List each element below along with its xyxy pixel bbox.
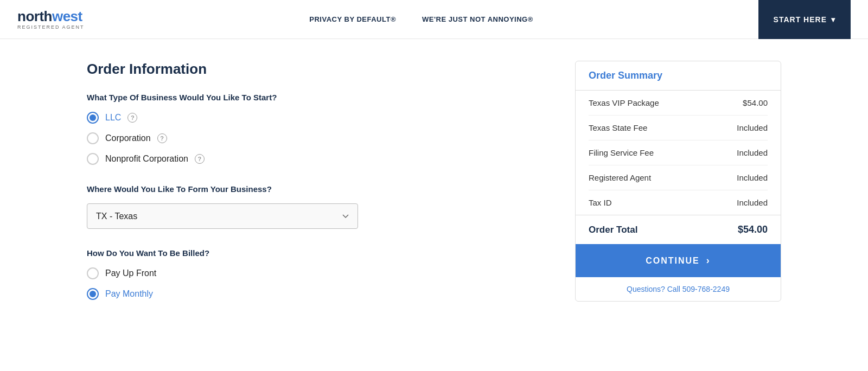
questions-link[interactable]: Questions? Call 509-768-2249: [576, 277, 781, 301]
order-item-filing-name: Filing Service Fee: [589, 148, 654, 157]
corporation-label: Corporation: [105, 133, 151, 143]
right-panel: Order Summary Texas VIP Package $54.00 T…: [575, 61, 781, 302]
pay-upfront-radio[interactable]: [87, 267, 99, 279]
nonprofit-label: Nonprofit Corporation: [105, 154, 188, 164]
corporation-radio[interactable]: [87, 132, 99, 144]
order-total-row: Order Total $54.00: [576, 215, 781, 244]
nav-annoying[interactable]: WE'RE JUST NOT ANNOYING®: [422, 15, 533, 23]
main-content: Order Information What Type Of Business …: [54, 39, 814, 323]
business-type-question: What Type Of Business Would You Like To …: [87, 93, 542, 102]
logo-text: northwest: [17, 9, 85, 24]
order-item-agent: Registered Agent Included: [589, 165, 768, 190]
billing-radio-group: Pay Up Front Pay Monthly: [87, 267, 542, 300]
billing-question: How Do You Want To Be Billed?: [87, 248, 542, 258]
order-item-vip-value: $54.00: [743, 98, 768, 107]
order-item-taxid: Tax ID Included: [589, 190, 768, 215]
order-total-value: $54.00: [738, 224, 768, 235]
start-here-button[interactable]: START HERE ▾: [758, 0, 851, 39]
nav-links: PRIVACY BY DEFAULT® WE'RE JUST NOT ANNOY…: [309, 15, 533, 23]
business-type-section: What Type Of Business Would You Like To …: [87, 93, 542, 165]
order-summary-card: Order Summary Texas VIP Package $54.00 T…: [575, 61, 781, 302]
order-item-filing-value: Included: [737, 148, 768, 157]
continue-arrow-icon: ›: [706, 255, 711, 266]
llc-option[interactable]: LLC ?: [87, 112, 542, 124]
corporation-option[interactable]: Corporation ?: [87, 132, 542, 144]
logo-west: west: [52, 8, 82, 24]
order-items-list: Texas VIP Package $54.00 Texas State Fee…: [576, 91, 781, 215]
llc-radio[interactable]: [87, 112, 99, 124]
nonprofit-option[interactable]: Nonprofit Corporation ?: [87, 153, 542, 165]
order-item-vip: Texas VIP Package $54.00: [589, 91, 768, 116]
state-question: Where Would You Like To Form Your Busine…: [87, 184, 542, 194]
state-section: Where Would You Like To Form Your Busine…: [87, 184, 542, 229]
left-panel: Order Information What Type Of Business …: [87, 61, 542, 302]
billing-section: How Do You Want To Be Billed? Pay Up Fro…: [87, 248, 542, 300]
pay-monthly-option[interactable]: Pay Monthly: [87, 288, 542, 300]
chevron-down-icon: ▾: [831, 15, 835, 24]
nonprofit-radio[interactable]: [87, 153, 99, 165]
llc-help-icon[interactable]: ?: [127, 113, 137, 123]
pay-upfront-label: Pay Up Front: [105, 268, 156, 278]
logo-subtitle: REGISTERED AGENT: [17, 24, 85, 30]
order-item-taxid-value: Included: [737, 198, 768, 207]
pay-upfront-option[interactable]: Pay Up Front: [87, 267, 542, 279]
order-item-taxid-name: Tax ID: [589, 198, 612, 207]
order-total-label: Order Total: [589, 225, 637, 235]
pay-monthly-label: Pay Monthly: [105, 289, 153, 299]
corporation-help-icon[interactable]: ?: [157, 133, 167, 143]
order-item-state-fee-name: Texas State Fee: [589, 123, 647, 132]
order-item-vip-name: Texas VIP Package: [589, 98, 659, 107]
continue-label: CONTINUE: [646, 256, 700, 266]
continue-button[interactable]: CONTINUE ›: [576, 244, 781, 277]
logo-north: north: [17, 8, 52, 24]
page-title: Order Information: [87, 61, 542, 78]
nonprofit-help-icon[interactable]: ?: [195, 154, 205, 164]
order-summary-header: Order Summary: [576, 61, 781, 91]
order-item-state-fee: Texas State Fee Included: [589, 116, 768, 140]
order-item-filing: Filing Service Fee Included: [589, 140, 768, 165]
state-dropdown[interactable]: TX - Texas CA - California FL - Florida …: [87, 203, 358, 229]
logo: northwest REGISTERED AGENT: [17, 9, 85, 30]
order-item-agent-name: Registered Agent: [589, 173, 651, 182]
header: northwest REGISTERED AGENT PRIVACY BY DE…: [0, 0, 868, 39]
nav-privacy[interactable]: PRIVACY BY DEFAULT®: [309, 15, 396, 23]
order-item-state-fee-value: Included: [737, 123, 768, 132]
pay-monthly-radio[interactable]: [87, 288, 99, 300]
order-item-agent-value: Included: [737, 173, 768, 182]
llc-label: LLC: [105, 113, 121, 123]
business-type-radio-group: LLC ? Corporation ? Nonprofit Corporatio…: [87, 112, 542, 165]
